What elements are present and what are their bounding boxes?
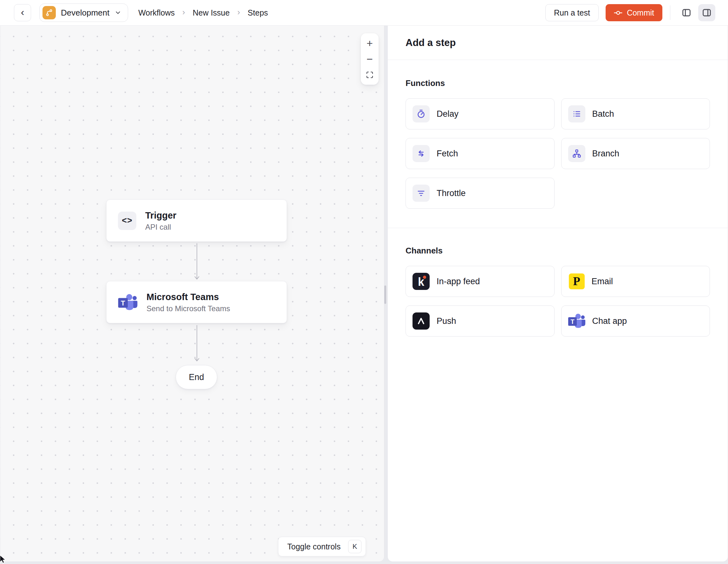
step-card-in-app-feed[interactable]: k In-app feed — [406, 266, 555, 297]
commit-label: Commit — [627, 8, 654, 17]
step-card-label: Throttle — [437, 188, 466, 198]
commit-icon — [614, 9, 622, 17]
step-card-label: Email — [592, 276, 613, 287]
trigger-node[interactable]: <> Trigger API call — [106, 199, 287, 242]
section-divider — [388, 228, 728, 228]
teams-node-title: Microsoft Teams — [146, 291, 230, 303]
step-card-label: Branch — [592, 149, 620, 159]
trigger-node-subtitle: API call — [145, 223, 176, 231]
mouse-cursor-icon — [0, 554, 7, 564]
step-card-email[interactable]: P Email — [561, 266, 710, 297]
code-icon: <> — [118, 211, 136, 230]
panel-resize-handle[interactable] — [384, 286, 386, 304]
step-card-chat-app[interactable]: T Chat app — [561, 306, 710, 337]
step-card-label: Fetch — [437, 149, 458, 159]
throttle-lines-icon — [413, 185, 430, 202]
breadcrumb-steps[interactable]: Steps — [248, 8, 268, 17]
environment-switcher[interactable]: Development — [39, 3, 128, 22]
edge-trigger-to-teams — [194, 243, 200, 282]
toggle-left-panel-button[interactable] — [678, 4, 695, 21]
back-button[interactable]: ‹ — [14, 4, 31, 21]
toggle-right-panel-button[interactable] — [698, 4, 715, 21]
zoom-in-button[interactable]: + — [361, 35, 379, 51]
breadcrumb-separator-icon: › — [237, 7, 240, 18]
microsoft-teams-icon: T — [118, 294, 138, 311]
run-a-test-button[interactable]: Run a test — [545, 4, 599, 21]
panel-title: Add a step — [388, 26, 728, 60]
fetch-arrows-icon — [413, 145, 430, 162]
sidebar-right-icon — [702, 8, 712, 18]
step-card-delay[interactable]: Delay — [406, 98, 555, 129]
zoom-out-button[interactable]: − — [361, 51, 379, 67]
edge-teams-to-end — [194, 325, 200, 364]
step-card-label: Push — [437, 316, 456, 326]
step-card-label: Chat app — [592, 316, 627, 326]
functions-grid: Delay Batch — [406, 98, 710, 209]
keyboard-shortcut-badge: K — [348, 540, 361, 553]
environment-label: Development — [61, 8, 109, 18]
step-card-throttle[interactable]: Throttle — [406, 178, 555, 209]
end-node-label: End — [189, 373, 204, 382]
chevron-down-icon — [114, 9, 121, 16]
sidebar-left-icon — [681, 8, 692, 18]
svg-text:T: T — [121, 299, 125, 307]
channels-grid: k In-app feed P Email Push — [406, 266, 710, 337]
step-card-label: In-app feed — [437, 276, 480, 287]
step-card-label: Batch — [592, 109, 614, 119]
breadcrumb-separator-icon: › — [182, 7, 185, 18]
channels-section-label: Channels — [406, 246, 710, 256]
delay-stopwatch-icon — [413, 105, 430, 122]
batch-list-icon — [568, 105, 585, 122]
svg-text:T: T — [570, 318, 574, 325]
functions-section-label: Functions — [406, 78, 710, 88]
commit-button[interactable]: Commit — [606, 4, 662, 21]
step-card-label: Delay — [437, 109, 458, 119]
fit-view-icon — [366, 71, 374, 79]
step-card-branch[interactable]: Branch — [561, 138, 710, 169]
header-divider — [670, 5, 670, 20]
fit-view-button[interactable] — [361, 67, 379, 83]
microsoft-teams-logo-icon: T — [568, 313, 585, 330]
workflow-canvas[interactable]: + − <> Trigger API call T — [0, 26, 384, 562]
knock-logo-icon: k — [413, 273, 430, 290]
expo-logo-icon — [413, 313, 430, 330]
postmark-logo-icon: P — [569, 273, 585, 289]
postmark-letter: P — [573, 274, 580, 289]
breadcrumb-new-issue[interactable]: New Issue — [193, 8, 230, 17]
zoom-controls: + − — [361, 33, 379, 85]
step-card-batch[interactable]: Batch — [561, 98, 710, 129]
toggle-controls-label: Toggle controls — [287, 542, 341, 551]
top-bar: ‹ Development Workflows › New Issue › St… — [0, 0, 728, 26]
code-glyph: <> — [122, 216, 133, 225]
step-card-fetch[interactable]: Fetch — [406, 138, 555, 169]
breadcrumb-workflows[interactable]: Workflows — [138, 8, 175, 17]
teams-node-subtitle: Send to Microsoft Teams — [146, 304, 230, 313]
trigger-node-title: Trigger — [145, 210, 176, 221]
end-node[interactable]: End — [176, 365, 217, 389]
toggle-controls-button[interactable]: Toggle controls K — [278, 537, 366, 556]
step-card-push[interactable]: Push — [406, 306, 555, 337]
breadcrumb: Workflows › New Issue › Steps — [138, 7, 268, 18]
branch-tree-icon — [568, 145, 585, 162]
add-step-panel: Add a step Functions Delay — [387, 26, 728, 562]
microsoft-teams-node[interactable]: T Microsoft Teams Send to Microsoft Team… — [106, 281, 287, 323]
knock-dot — [423, 275, 426, 279]
git-branch-icon — [42, 6, 56, 19]
